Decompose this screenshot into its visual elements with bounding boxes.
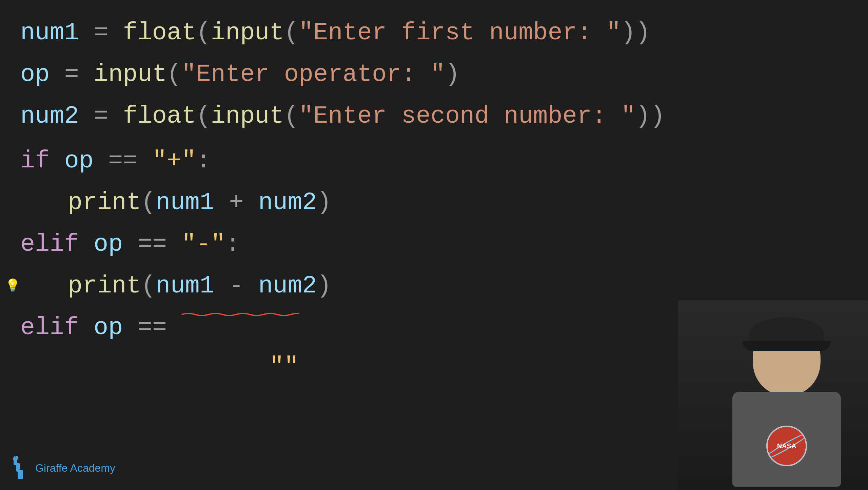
code-line-elif-1: elif op == "-" : [20,225,848,264]
code-line-1: num1 = float ( input ( "Enter first numb… [20,14,848,53]
kw-if: if [20,142,50,181]
str-enter-second: "Enter second number: " [299,97,636,136]
kw-elif-1: elif [20,225,79,264]
code-line-print-1: print ( num1 + num2 ) [20,183,848,222]
fn-print-2: print [68,267,141,306]
var-op-2: op [64,142,94,181]
webcam-overlay: NASA [678,300,868,490]
branding-name: Giraffe Academy [35,462,115,474]
fn-float-2: float [123,97,196,136]
str-enter-op: "Enter operator: " [181,55,445,94]
cap-brim [743,341,831,351]
presenter-video: NASA [678,300,868,490]
var-num1: num1 [20,14,79,53]
fn-input-3: input [211,97,284,136]
var-num2: num2 [20,97,79,136]
var-op: op [20,55,50,94]
var-op-3: op [94,225,123,264]
str-enter-first: "Enter first number: " [299,14,621,53]
str-minus: "-" [181,225,225,264]
fn-input: input [211,14,284,53]
person-torso: NASA [732,392,841,487]
var-op-4: op [94,308,123,347]
code-line-3: num2 = float ( input ( "Enter second num… [20,97,848,136]
fn-input-2: input [94,55,167,94]
space: = [79,14,123,53]
nasa-text: NASA [777,442,796,450]
kw-elif-2: elif [20,308,79,347]
str-plus: "+" [152,142,196,181]
code-line-if: if op == "+" : [20,142,848,181]
branding-bar: Giraffe Academy [10,456,115,480]
nasa-logo: NASA [766,426,807,466]
fn-float: float [123,14,196,53]
giraffe-logo-icon [10,456,31,480]
lightbulb-icon[interactable]: 💡 [5,277,20,296]
person-silhouette: NASA [715,314,858,490]
fn-print-1: print [68,183,141,222]
svg-rect-6 [14,456,15,459]
str-empty-incomplete: "" [181,308,299,490]
code-line-2: op = input ( "Enter operator: " ) [20,55,848,94]
